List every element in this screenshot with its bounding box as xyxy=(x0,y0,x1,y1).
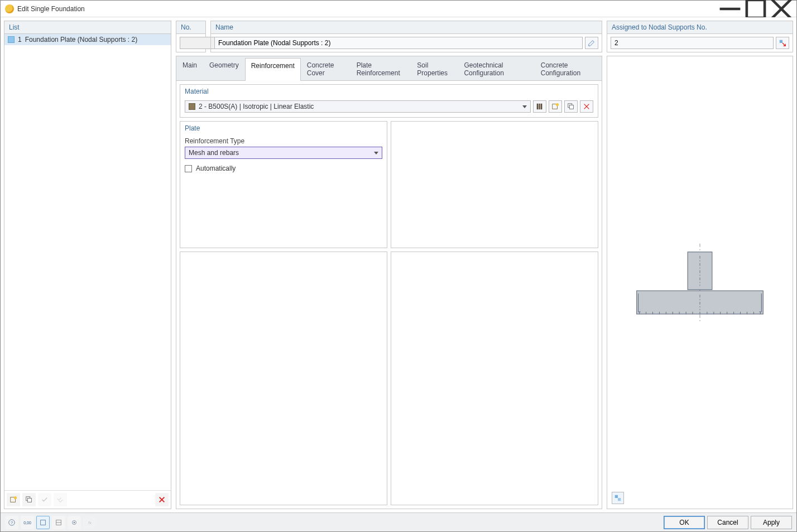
assigned-pick-button[interactable] xyxy=(776,37,789,49)
preview-panel xyxy=(607,56,793,509)
app-icon xyxy=(5,4,14,13)
content-area: List 1 Foundation Plate (Nodal Supports … xyxy=(1,17,796,512)
list-body[interactable]: 1 Foundation Plate (Nodal Supports : 2) xyxy=(4,34,171,490)
minimize-button[interactable] xyxy=(717,1,743,17)
apply-button[interactable]: Apply xyxy=(751,516,792,529)
view-mode-1-button[interactable] xyxy=(36,516,50,529)
no-panel: No. xyxy=(176,21,206,52)
svg-rect-45 xyxy=(618,498,621,501)
reinforcement-type-value: Mesh and rebars xyxy=(189,149,239,157)
material-delete-button[interactable] xyxy=(580,100,593,113)
function-button: fx xyxy=(83,516,97,529)
auto-checkbox[interactable] xyxy=(185,165,192,172)
svg-rect-1 xyxy=(747,0,765,18)
empty-section-bottom-left xyxy=(180,252,387,505)
svg-rect-19 xyxy=(780,40,782,43)
empty-section-bottom-right xyxy=(391,252,598,505)
header-fields-row: No. Name xyxy=(176,21,602,52)
close-button[interactable] xyxy=(769,1,794,17)
material-new-button[interactable] xyxy=(549,100,562,113)
plate-section: Plate Reinforcement Type Mesh and rebars… xyxy=(180,121,387,248)
plate-row: Plate Reinforcement Type Mesh and rebars… xyxy=(180,121,598,248)
svg-rect-16 xyxy=(569,105,573,109)
units-button[interactable]: 0,00 xyxy=(21,516,34,529)
svg-rect-12 xyxy=(541,104,542,110)
view-mode-2-button[interactable] xyxy=(52,516,65,529)
list-panel: List 1 Foundation Plate (Nodal Supports … xyxy=(4,21,171,509)
name-edit-button[interactable] xyxy=(585,37,598,49)
material-library-button[interactable] xyxy=(533,100,546,113)
list-item-label: Foundation Plate (Nodal Supports : 2) xyxy=(25,36,137,43)
list-item[interactable]: 1 Foundation Plate (Nodal Supports : 2) xyxy=(4,34,171,45)
tabs-bar: Main Geometry Reinforcement Concrete Cov… xyxy=(176,56,602,81)
svg-point-5 xyxy=(14,496,17,499)
empty-section-top-right xyxy=(391,121,598,248)
material-copy-button[interactable] xyxy=(564,100,578,113)
reinf-type-label: Reinforcement Type xyxy=(185,137,382,145)
svg-text:?: ? xyxy=(11,520,13,525)
main-column: No. Name Ma xyxy=(176,21,602,509)
name-header: Name xyxy=(211,21,602,34)
assigned-panel: Assigned to Nodal Supports No. xyxy=(607,21,793,52)
auto-label: Automatically xyxy=(196,165,236,172)
material-combo[interactable]: 2 - B500S(A) | Isotropic | Linear Elasti… xyxy=(185,100,531,113)
delete-item-button[interactable] xyxy=(155,493,169,506)
svg-text:0,00: 0,00 xyxy=(23,520,31,524)
tab-geometry[interactable]: Geometry xyxy=(203,57,245,80)
assigned-header: Assigned to Nodal Supports No. xyxy=(607,21,793,34)
material-swatch xyxy=(189,103,195,110)
plate-title: Plate xyxy=(180,122,387,135)
tab-main[interactable]: Main xyxy=(176,57,203,80)
reinforcement-type-combo[interactable]: Mesh and rebars xyxy=(185,147,382,159)
help-button[interactable]: ? xyxy=(5,516,18,529)
foundation-preview-svg xyxy=(607,56,793,509)
chevron-down-icon xyxy=(374,152,378,154)
name-panel: Name xyxy=(210,21,602,52)
name-input[interactable] xyxy=(214,37,583,49)
tab-plate-reinforcement[interactable]: Plate Reinforcement xyxy=(351,57,411,80)
right-column: Assigned to Nodal Supports No. xyxy=(607,21,793,509)
new-item-button[interactable] xyxy=(7,493,20,506)
list-column: List 1 Foundation Plate (Nodal Supports … xyxy=(4,21,171,509)
list-item-no: 1 xyxy=(18,36,22,43)
preview-settings-button[interactable] xyxy=(612,492,624,504)
svg-rect-11 xyxy=(539,104,540,110)
chevron-down-icon xyxy=(522,105,527,108)
titlebar: Edit Single Foundation xyxy=(1,1,796,17)
tab-concrete-cover[interactable]: Concrete Cover xyxy=(301,57,351,80)
dialog-footer: ? 0,00 fx OK Cancel Apply xyxy=(1,512,796,531)
list-toolbar xyxy=(4,490,171,509)
settings-button[interactable] xyxy=(68,516,81,529)
svg-rect-7 xyxy=(27,498,31,502)
svg-point-53 xyxy=(74,521,75,523)
list-header: List xyxy=(4,21,171,34)
cancel-button[interactable]: Cancel xyxy=(707,516,748,529)
ok-button[interactable]: OK xyxy=(664,516,705,529)
list-item-swatch xyxy=(8,36,15,43)
assigned-input[interactable] xyxy=(611,37,774,49)
tab-concrete-config[interactable]: Concrete Configuration xyxy=(535,57,602,80)
check-button xyxy=(38,493,51,506)
material-section: Material 2 - B500S(A) | Isotropic | Line… xyxy=(180,84,598,118)
svg-rect-10 xyxy=(537,104,539,110)
svg-point-14 xyxy=(556,103,559,106)
dialog-window: Edit Single Foundation List 1 Foundation… xyxy=(0,0,797,532)
tab-soil-properties[interactable]: Soil Properties xyxy=(411,57,458,80)
maximize-button[interactable] xyxy=(743,1,769,17)
window-title: Edit Single Foundation xyxy=(17,5,717,13)
empty-row xyxy=(180,252,598,505)
check-all-button xyxy=(54,493,67,506)
tab-geotechnical-config[interactable]: Geotechnical Configuration xyxy=(458,57,534,80)
auto-checkbox-row[interactable]: Automatically xyxy=(185,165,382,172)
tabs-panel: Main Geometry Reinforcement Concrete Cov… xyxy=(176,56,602,509)
no-header: No. xyxy=(176,21,205,34)
material-value: 2 - B500S(A) | Isotropic | Linear Elasti… xyxy=(199,103,314,110)
svg-rect-44 xyxy=(615,495,618,498)
material-title: Material xyxy=(180,85,598,98)
svg-rect-49 xyxy=(41,520,46,525)
tab-reinforcement[interactable]: Reinforcement xyxy=(245,58,301,81)
copy-item-button[interactable] xyxy=(22,493,36,506)
svg-text:fx: fx xyxy=(88,520,92,525)
